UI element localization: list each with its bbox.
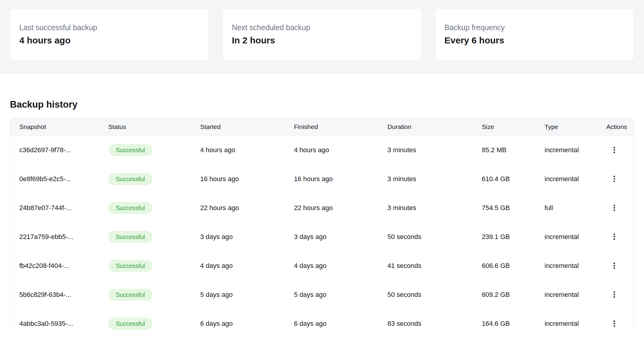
status-cell: Successful (108, 144, 200, 156)
table-row: 24b87e07-744f-... Successful 22 hours ag… (10, 193, 634, 222)
table-row: 5b6c829f-63b4-... Successful 5 days ago … (10, 280, 634, 309)
duration-cell: 3 minutes (387, 146, 482, 154)
column-header-type: Type (545, 123, 606, 131)
row-actions-kebab-icon[interactable] (611, 231, 617, 242)
row-actions-kebab-icon[interactable] (611, 260, 617, 271)
actions-cell (606, 260, 634, 271)
snapshot-id: 2217a759-ebb5-... (19, 233, 108, 241)
stat-label: Last successful backup (19, 23, 200, 32)
page-title: Backup history (10, 99, 634, 110)
stat-label: Backup frequency (444, 23, 625, 32)
column-header-duration: Duration (387, 123, 482, 131)
duration-cell: 50 seconds (387, 233, 482, 241)
type-cell: incremental (545, 262, 606, 270)
status-badge: Successful (108, 260, 153, 272)
size-cell: 85.2 MB (482, 146, 545, 154)
column-header-status: Status (108, 123, 200, 131)
type-cell: full (545, 204, 606, 212)
status-badge: Successful (108, 289, 153, 301)
actions-cell (606, 173, 634, 184)
duration-cell: 3 minutes (387, 204, 482, 212)
actions-cell (606, 289, 634, 300)
finished-cell: 22 hours ago (294, 204, 387, 212)
size-cell: 606.6 GB (482, 262, 545, 270)
snapshot-id: fb42c208-f404-... (19, 262, 108, 270)
row-actions-kebab-icon[interactable] (611, 318, 617, 329)
actions-cell (606, 318, 634, 329)
size-cell: 610.4 GB (482, 175, 545, 183)
started-cell: 4 days ago (200, 262, 294, 270)
duration-cell: 3 minutes (387, 175, 482, 183)
started-cell: 16 hours ago (200, 175, 294, 183)
status-badge: Successful (108, 202, 153, 214)
actions-cell (606, 202, 634, 213)
snapshot-id: c36d2697-9f78-... (19, 146, 108, 154)
column-header-actions: Actions (606, 123, 634, 131)
column-header-size: Size (482, 123, 545, 131)
type-cell: incremental (545, 320, 606, 328)
size-cell: 164.6 GB (482, 320, 545, 328)
snapshot-id: 0e8f69b5-e2c5-... (19, 175, 108, 183)
size-cell: 609.2 GB (482, 291, 545, 299)
snapshot-id: 5b6c829f-63b4-... (19, 291, 108, 299)
duration-cell: 83 seconds (387, 320, 482, 328)
table-row: 4abbc3a0-5935-... Successful 6 days ago … (10, 309, 634, 338)
size-cell: 239.1 GB (482, 233, 545, 241)
backup-history-table: Snapshot Status Started Finished Duratio… (10, 118, 634, 338)
actions-cell (606, 144, 634, 156)
finished-cell: 5 days ago (294, 291, 387, 299)
table-row: 2217a759-ebb5-... Successful 3 days ago … (10, 222, 634, 251)
started-cell: 3 days ago (200, 233, 294, 241)
snapshot-id: 4abbc3a0-5935-... (19, 320, 108, 328)
size-cell: 754.5 GB (482, 204, 545, 212)
status-badge: Successful (108, 318, 153, 330)
stat-value: 4 hours ago (19, 35, 200, 46)
table-body: c36d2697-9f78-... Successful 4 hours ago… (10, 136, 634, 338)
finished-cell: 4 hours ago (294, 146, 387, 154)
status-cell: Successful (108, 260, 200, 272)
table-row: 0e8f69b5-e2c5-... Successful 16 hours ag… (10, 165, 634, 193)
started-cell: 4 hours ago (200, 146, 294, 154)
table-row: fb42c208-f404-... Successful 4 days ago … (10, 251, 634, 280)
status-cell: Successful (108, 289, 200, 301)
column-header-finished: Finished (294, 123, 387, 131)
type-cell: incremental (545, 175, 606, 183)
column-header-snapshot: Snapshot (19, 123, 108, 131)
started-cell: 5 days ago (200, 291, 294, 299)
snapshot-id: 24b87e07-744f-... (19, 204, 108, 212)
finished-cell: 6 days ago (294, 320, 387, 328)
status-cell: Successful (108, 318, 200, 330)
row-actions-kebab-icon[interactable] (611, 144, 617, 156)
status-badge: Successful (108, 231, 153, 243)
table-row: c36d2697-9f78-... Successful 4 hours ago… (10, 136, 634, 165)
column-header-started: Started (200, 123, 294, 131)
status-cell: Successful (108, 202, 200, 214)
stat-value: Every 6 hours (444, 35, 625, 46)
status-badge: Successful (108, 173, 153, 185)
stat-card-next-backup: Next scheduled backup In 2 hours (223, 8, 421, 60)
stat-value: In 2 hours (232, 35, 412, 46)
finished-cell: 16 hours ago (294, 175, 387, 183)
status-cell: Successful (108, 173, 200, 185)
stat-label: Next scheduled backup (232, 23, 412, 32)
stat-card-backup-frequency: Backup frequency Every 6 hours (435, 8, 634, 60)
duration-cell: 41 seconds (387, 262, 482, 270)
duration-cell: 50 seconds (387, 291, 482, 299)
backup-stats-section: Last successful backup 4 hours ago Next … (0, 0, 644, 74)
table-header-row: Snapshot Status Started Finished Duratio… (10, 118, 634, 136)
actions-cell (606, 231, 634, 242)
type-cell: incremental (545, 291, 606, 299)
row-actions-kebab-icon[interactable] (611, 202, 617, 213)
started-cell: 22 hours ago (200, 204, 294, 212)
finished-cell: 4 days ago (294, 262, 387, 270)
started-cell: 6 days ago (200, 320, 294, 328)
stat-card-last-backup: Last successful backup 4 hours ago (10, 8, 209, 60)
finished-cell: 3 days ago (294, 233, 387, 241)
status-badge: Successful (108, 144, 153, 156)
row-actions-kebab-icon[interactable] (611, 289, 617, 300)
row-actions-kebab-icon[interactable] (611, 173, 617, 184)
type-cell: incremental (545, 233, 606, 241)
backup-history-section: Backup history Snapshot Status Started F… (0, 99, 644, 338)
type-cell: incremental (545, 146, 606, 154)
status-cell: Successful (108, 231, 200, 243)
